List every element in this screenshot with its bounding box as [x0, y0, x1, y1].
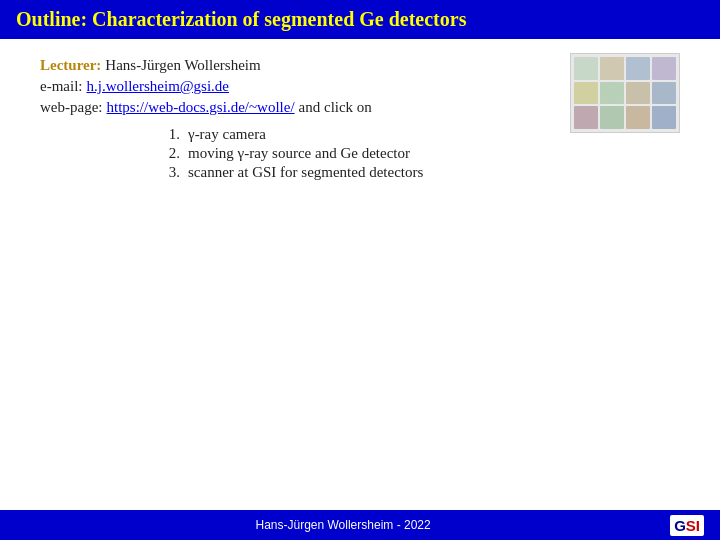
list-number-1: 1.	[160, 126, 180, 143]
email-link[interactable]: h.j.wollersheim@gsi.de	[86, 78, 229, 95]
list-number-3: 3.	[160, 164, 180, 181]
thumb-cell-5	[574, 82, 598, 105]
list-text-3: scanner at GSI for segmented detectors	[188, 164, 423, 181]
lecturer-label: Lecturer:	[40, 57, 101, 74]
slide-title: Outline: Characterization of segmented G…	[16, 8, 466, 31]
thumb-cell-1	[574, 57, 598, 80]
slide-content: Lecturer: Hans-Jürgen Wollersheim e-mail…	[0, 39, 720, 510]
thumb-cell-6	[600, 82, 624, 105]
gsi-i: I	[696, 517, 700, 534]
thumb-cell-7	[626, 82, 650, 105]
outline-list: 1. γ-ray camera 2. moving γ-ray source a…	[40, 126, 680, 203]
slide-header: Outline: Characterization of segmented G…	[0, 0, 720, 39]
thumb-cell-2	[600, 57, 624, 80]
gsi-s: S	[686, 517, 696, 534]
thumb-cell-10	[600, 106, 624, 129]
email-label: e-mail:	[40, 78, 82, 95]
webpage-link[interactable]: https://web-docs.gsi.de/~wolle/	[106, 99, 294, 116]
thumb-cell-8	[652, 82, 676, 105]
webpage-suffix: and click on	[299, 99, 372, 116]
thumb-cell-12	[652, 106, 676, 129]
list-item-3: 3. scanner at GSI for segmented detector…	[160, 164, 680, 181]
list-number-2: 2.	[160, 145, 180, 162]
thumbnail-image	[570, 53, 680, 133]
slide: Outline: Characterization of segmented G…	[0, 0, 720, 540]
footer-text: Hans-Jürgen Wollersheim - 2022	[16, 518, 670, 532]
webpage-label: web-page:	[40, 99, 102, 116]
list-text-2: moving γ-ray source and Ge detector	[188, 145, 410, 162]
thumb-cell-3	[626, 57, 650, 80]
list-item-2: 2. moving γ-ray source and Ge detector	[160, 145, 680, 162]
thumb-cell-4	[652, 57, 676, 80]
thumb-cell-9	[574, 106, 598, 129]
list-text-1: γ-ray camera	[188, 126, 266, 143]
gsi-g: G	[674, 517, 686, 534]
thumb-cell-11	[626, 106, 650, 129]
lecturer-name: Hans-Jürgen Wollersheim	[105, 57, 260, 74]
slide-footer: Hans-Jürgen Wollersheim - 2022 G S I	[0, 510, 720, 540]
gsi-logo: G S I	[670, 515, 704, 536]
